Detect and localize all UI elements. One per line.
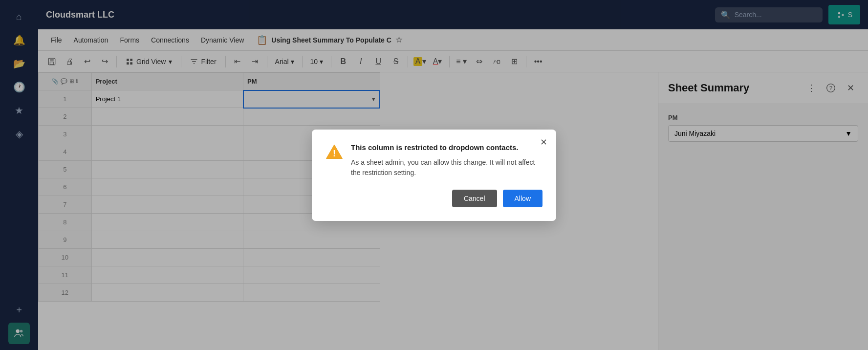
modal-actions: Cancel Allow [326,190,542,207]
allow-button[interactable]: Allow [503,190,542,207]
svg-text:!: ! [333,149,336,158]
modal-overlay: ✕ ! This column is restricted to dropdow… [0,0,868,350]
modal-main-text: This column is restricted to dropdown co… [351,143,542,152]
warning-icon: ! [326,143,343,178]
warning-triangle-icon: ! [326,143,343,161]
cancel-button[interactable]: Cancel [452,190,497,207]
modal-close-button[interactable]: ✕ [537,135,550,149]
modal-content: ! This column is restricted to dropdown … [326,143,542,178]
modal-sub-text: As a sheet admin, you can allow this cha… [351,157,542,178]
modal-dialog: ✕ ! This column is restricted to dropdow… [312,130,556,221]
modal-text-area: This column is restricted to dropdown co… [351,143,542,178]
